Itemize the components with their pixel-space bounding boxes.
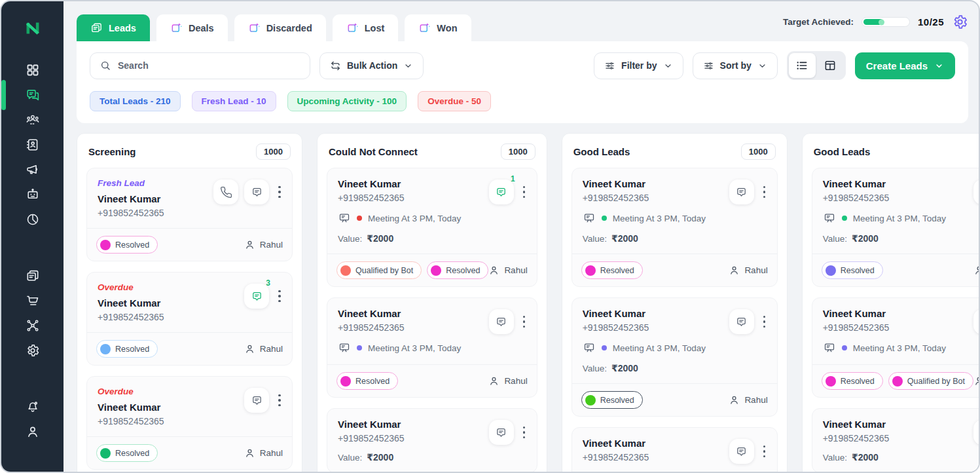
- card-menu-button[interactable]: [520, 180, 529, 204]
- chat-button[interactable]: [729, 309, 754, 334]
- menu-dot: [523, 316, 526, 318]
- tab-won[interactable]: Won: [405, 14, 471, 41]
- sidebar-item-settings[interactable]: [1, 343, 64, 358]
- chat-button[interactable]: [973, 309, 980, 334]
- chat-button[interactable]: 3: [244, 284, 269, 309]
- lead-card[interactable]: Vineet Kumar+919852452365Meeting At 3 PM…: [327, 168, 537, 287]
- lead-name: Vineet Kumar: [98, 402, 244, 413]
- lead-card[interactable]: OverdueVineet Kumar+919852452365Resolved…: [86, 376, 293, 470]
- summary-chip[interactable]: Fresh Lead - 10: [192, 91, 276, 111]
- lead-card[interactable]: Vineet Kumar+919852452365Value:₹2000: [812, 408, 980, 473]
- card-menu-button[interactable]: [760, 180, 769, 204]
- card-list: Vineet Kumar+919852452365Meeting At 3 PM…: [812, 168, 980, 473]
- lead-tag[interactable]: Resolved: [822, 372, 883, 390]
- assignee-user-icon: [244, 343, 255, 354]
- lead-card[interactable]: Vineet Kumar+919852452365Meeting At 3 PM…: [812, 297, 980, 398]
- lead-card[interactable]: Vineet Kumar+919852452365Meeting At 3 PM…: [327, 297, 537, 398]
- lead-card[interactable]: Vineet Kumar+919852452365Meeting At 3 PM…: [572, 297, 778, 417]
- card-menu-button[interactable]: [275, 180, 284, 204]
- sidebar-item-bots[interactable]: [1, 187, 64, 202]
- lead-tag[interactable]: Resolved: [336, 372, 398, 390]
- lead-tag[interactable]: Qualified by Bot: [336, 261, 422, 279]
- tab-lost[interactable]: Lost: [333, 14, 399, 41]
- lead-tag[interactable]: Qualified by Bot: [888, 372, 973, 390]
- summary-chip[interactable]: Upcoming Activity - 100: [287, 91, 407, 111]
- search-box[interactable]: [90, 52, 310, 79]
- lead-card-info: Vineet Kumar+919852452365Meeting At 3 PM…: [338, 178, 489, 244]
- card-stack-icon: [90, 22, 103, 34]
- settings-gear-icon[interactable]: [952, 14, 968, 30]
- lead-tag[interactable]: Resolved: [96, 236, 158, 254]
- app-logo[interactable]: [19, 14, 46, 45]
- card-menu-button[interactable]: [760, 309, 769, 334]
- filter-by-button[interactable]: Filter by: [594, 52, 683, 79]
- chat-button[interactable]: [729, 439, 754, 464]
- lead-name: Vineet Kumar: [338, 308, 489, 319]
- chat-button[interactable]: [973, 180, 980, 204]
- card-menu-button[interactable]: [520, 420, 529, 445]
- chat-button[interactable]: [489, 309, 514, 334]
- tag-list: Resolved: [96, 236, 158, 254]
- lead-phone: +919852452365: [823, 322, 974, 333]
- lead-phone: +919852452365: [583, 452, 729, 463]
- tab-leads[interactable]: Leads: [77, 14, 150, 41]
- meeting-status-dot: [357, 345, 362, 350]
- create-leads-button[interactable]: Create Leads: [855, 52, 955, 79]
- chat-button[interactable]: [244, 180, 269, 204]
- lead-name: Vineet Kumar: [823, 419, 974, 430]
- tab-discarded[interactable]: Discarded: [234, 14, 326, 41]
- lead-tag[interactable]: Resolved: [96, 340, 158, 358]
- list-view-button[interactable]: [789, 53, 816, 78]
- chat-button[interactable]: [729, 180, 754, 204]
- sidebar-item-notifications[interactable]: [1, 400, 64, 414]
- value-amount: ₹2000: [852, 233, 879, 244]
- sidebar-item-analytics[interactable]: [1, 212, 64, 227]
- swap-icon: [330, 60, 341, 71]
- chat-unread-badge: 3: [266, 278, 270, 288]
- lead-card-info: Fresh LeadVineet Kumar+919852452365: [98, 178, 213, 218]
- card-menu-button[interactable]: [275, 388, 284, 413]
- lead-card[interactable]: Vineet Kumar+919852452365Meeting At 3 PM…: [572, 427, 778, 473]
- sidebar-item-contacts[interactable]: [1, 138, 64, 152]
- bulk-action-button[interactable]: Bulk Action: [319, 52, 424, 79]
- menu-dot: [278, 191, 281, 193]
- lead-card[interactable]: Fresh LeadVineet Kumar+919852452365Resol…: [86, 168, 293, 261]
- menu-dot: [278, 399, 281, 402]
- assignee-name: Rahul: [744, 265, 767, 275]
- sidebar-item-leads[interactable]: [1, 269, 64, 283]
- sidebar-item-integrations[interactable]: [1, 318, 64, 333]
- lead-card[interactable]: Vineet Kumar+919852452365Value:₹2000: [327, 408, 537, 473]
- chat-button[interactable]: 1: [489, 180, 514, 204]
- lead-tag[interactable]: Resolved: [581, 261, 643, 279]
- lead-card[interactable]: OverdueVineet Kumar+9198524523653Resolve…: [86, 272, 293, 366]
- summary-chip[interactable]: Overdue - 50: [418, 91, 491, 111]
- tab-deals[interactable]: Deals: [156, 14, 228, 41]
- lead-tag[interactable]: Resolved: [427, 261, 488, 279]
- search-input[interactable]: [118, 60, 300, 71]
- sidebar-item-commerce[interactable]: [1, 293, 64, 308]
- lead-card[interactable]: Vineet Kumar+919852452365Meeting At 3 PM…: [812, 168, 980, 287]
- sidebar-item-profile[interactable]: [1, 425, 64, 439]
- chat-button[interactable]: [973, 420, 980, 445]
- card-menu-button[interactable]: [760, 439, 769, 464]
- lead-tag[interactable]: Resolved: [581, 391, 643, 409]
- kanban-view-button[interactable]: [817, 53, 844, 78]
- sidebar-item-campaigns[interactable]: [1, 162, 64, 177]
- meeting-status-dot: [602, 216, 607, 221]
- sidebar-item-teams[interactable]: [1, 113, 64, 127]
- chat-button[interactable]: [244, 388, 269, 413]
- assignee-name: Rahul: [260, 448, 283, 458]
- sort-by-button[interactable]: Sort by: [693, 52, 778, 79]
- lead-tag[interactable]: Resolved: [822, 261, 883, 279]
- lead-tag[interactable]: Resolved: [96, 444, 158, 462]
- sidebar-item-conversations[interactable]: [1, 88, 64, 102]
- column-header: Good Leads1000: [572, 134, 778, 168]
- card-menu-button[interactable]: [520, 309, 529, 334]
- chat-button[interactable]: [489, 420, 514, 445]
- lead-card-footer: Qualified by BotResolvedRahul: [327, 254, 537, 286]
- lead-card[interactable]: Vineet Kumar+919852452365Meeting At 3 PM…: [572, 168, 778, 287]
- call-button[interactable]: [213, 180, 238, 204]
- summary-chip[interactable]: Total Leads - 210: [90, 91, 181, 111]
- sidebar-item-dashboard[interactable]: [1, 63, 64, 77]
- card-menu-button[interactable]: [275, 284, 284, 309]
